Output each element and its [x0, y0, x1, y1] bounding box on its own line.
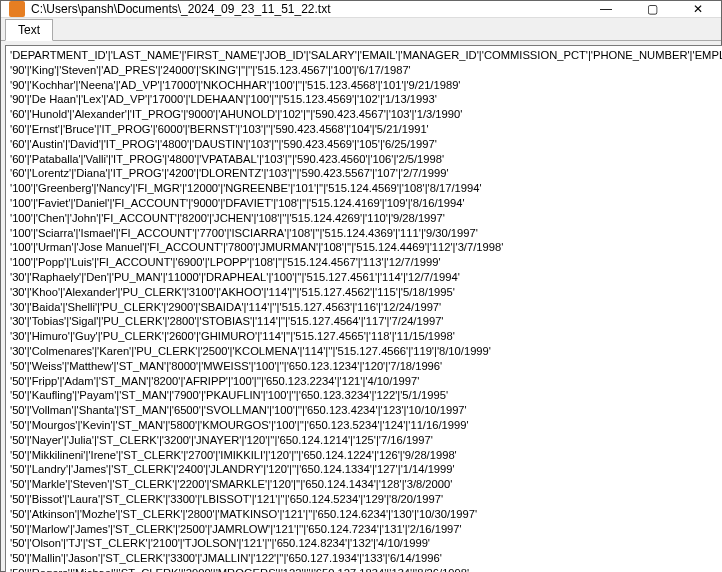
text-line[interactable]: '60'|'Ernst'|'Bruce'|'IT_PROG'|'6000'|'B…: [10, 122, 722, 137]
text-line[interactable]: '50'|'Fripp'|'Adam'|'ST_MAN'|'8200'|'AFR…: [10, 374, 722, 389]
text-line[interactable]: '50'|'Olson'|'TJ'|'ST_CLERK'|'2100'|'TJO…: [10, 536, 722, 551]
app-window: C:\Users\pansh\Documents\_2024_09_23_11_…: [0, 0, 722, 572]
text-line[interactable]: '90'|'Kochhar'|'Neena'|'AD_VP'|'17000'|'…: [10, 78, 722, 93]
text-line[interactable]: '100'|'Chen'|'John'|'FI_ACCOUNT'|'8200'|…: [10, 211, 722, 226]
text-line[interactable]: '50'|'Rogers'|'Michael'|'ST_CLERK'|'2900…: [10, 566, 722, 572]
text-line[interactable]: '100'|'Popp'|'Luis'|'FI_ACCOUNT'|'6900'|…: [10, 255, 722, 270]
text-line[interactable]: '50'|'Vollman'|'Shanta'|'ST_MAN'|'6500'|…: [10, 403, 722, 418]
text-line[interactable]: '90'|'De Haan'|'Lex'|'AD_VP'|'17000'|'LD…: [10, 92, 722, 107]
text-viewer[interactable]: 'DEPARTMENT_ID'|'LAST_NAME'|'FIRST_NAME'…: [5, 45, 722, 572]
minimize-button[interactable]: —: [583, 1, 629, 17]
tab-strip: Text: [1, 18, 721, 41]
close-button[interactable]: ✕: [675, 1, 721, 17]
text-line[interactable]: '30'|'Raphaely'|'Den'|'PU_MAN'|'11000'|'…: [10, 270, 722, 285]
titlebar[interactable]: C:\Users\pansh\Documents\_2024_09_23_11_…: [1, 1, 721, 18]
text-line[interactable]: '90'|'King'|'Steven'|'AD_PRES'|'24000'|'…: [10, 63, 722, 78]
text-line[interactable]: '50'|'Mourgos'|'Kevin'|'ST_MAN'|'5800'|'…: [10, 418, 722, 433]
text-line[interactable]: '60'|'Austin'|'David'|'IT_PROG'|'4800'|'…: [10, 137, 722, 152]
text-line[interactable]: 'DEPARTMENT_ID'|'LAST_NAME'|'FIRST_NAME'…: [10, 48, 722, 63]
text-line[interactable]: '50'|'Markle'|'Steven'|'ST_CLERK'|'2200'…: [10, 477, 722, 492]
text-line[interactable]: '60'|'Hunold'|'Alexander'|'IT_PROG'|'900…: [10, 107, 722, 122]
text-line[interactable]: '50'|'Kaufling'|'Payam'|'ST_MAN'|'7900'|…: [10, 388, 722, 403]
app-icon: [9, 1, 25, 17]
content-area: 'DEPARTMENT_ID'|'LAST_NAME'|'FIRST_NAME'…: [1, 41, 721, 572]
text-content[interactable]: 'DEPARTMENT_ID'|'LAST_NAME'|'FIRST_NAME'…: [6, 46, 722, 572]
text-line[interactable]: '30'|'Himuro'|'Guy'|'PU_CLERK'|'2600'|'G…: [10, 329, 722, 344]
text-line[interactable]: '50'|'Landry'|'James'|'ST_CLERK'|'2400'|…: [10, 462, 722, 477]
window-title: C:\Users\pansh\Documents\_2024_09_23_11_…: [31, 2, 583, 16]
text-line[interactable]: '30'|'Tobias'|'Sigal'|'PU_CLERK'|'2800'|…: [10, 314, 722, 329]
text-line[interactable]: '100'|'Faviet'|'Daniel'|'FI_ACCOUNT'|'90…: [10, 196, 722, 211]
text-line[interactable]: '50'|'Atkinson'|'Mozhe'|'ST_CLERK'|'2800…: [10, 507, 722, 522]
text-line[interactable]: '50'|'Marlow'|'James'|'ST_CLERK'|'2500'|…: [10, 522, 722, 537]
text-line[interactable]: '50'|'Mallin'|'Jason'|'ST_CLERK'|'3300'|…: [10, 551, 722, 566]
tab-text[interactable]: Text: [5, 19, 53, 41]
text-line[interactable]: '50'|'Weiss'|'Matthew'|'ST_MAN'|'8000'|'…: [10, 359, 722, 374]
text-line[interactable]: '100'|'Greenberg'|'Nancy'|'FI_MGR'|'1200…: [10, 181, 722, 196]
text-line[interactable]: '100'|'Sciarra'|'Ismael'|'FI_ACCOUNT'|'7…: [10, 226, 722, 241]
text-line[interactable]: '50'|'Nayer'|'Julia'|'ST_CLERK'|'3200'|'…: [10, 433, 722, 448]
text-line[interactable]: '30'|'Colmenares'|'Karen'|'PU_CLERK'|'25…: [10, 344, 722, 359]
maximize-button[interactable]: ▢: [629, 1, 675, 17]
text-line[interactable]: '50'|'Mikkilineni'|'Irene'|'ST_CLERK'|'2…: [10, 448, 722, 463]
text-line[interactable]: '100'|'Urman'|'Jose Manuel'|'FI_ACCOUNT'…: [10, 240, 722, 255]
text-line[interactable]: '30'|'Baida'|'Shelli'|'PU_CLERK'|'2900'|…: [10, 300, 722, 315]
text-line[interactable]: '50'|'Bissot'|'Laura'|'ST_CLERK'|'3300'|…: [10, 492, 722, 507]
text-line[interactable]: '60'|'Pataballa'|'Valli'|'IT_PROG'|'4800…: [10, 152, 722, 167]
text-line[interactable]: '60'|'Lorentz'|'Diana'|'IT_PROG'|'4200'|…: [10, 166, 722, 181]
window-buttons: — ▢ ✕: [583, 1, 721, 17]
text-line[interactable]: '30'|'Khoo'|'Alexander'|'PU_CLERK'|'3100…: [10, 285, 722, 300]
